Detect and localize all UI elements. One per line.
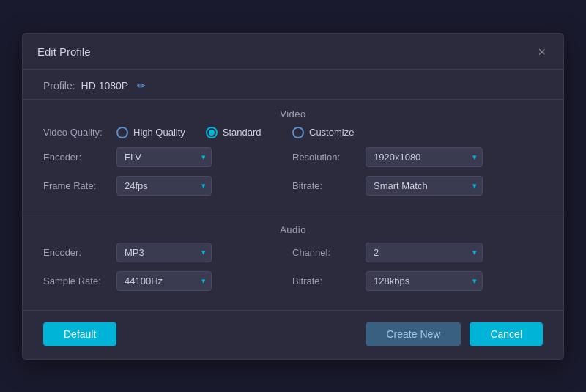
framerate-select-wrapper: 24fps 25fps 30fps 60fps ▾ [116, 176, 212, 196]
audio-bitrate-select-wrapper: 128kbps 64kbps 192kbps 320kbps ▾ [366, 271, 483, 291]
channel-select-wrapper: 2 1 ▾ [366, 243, 483, 262]
resolution-select[interactable]: 1920x1080 1280x720 640x480 [366, 147, 483, 167]
video-quality-left: Video Quality: High Quality Standard [43, 127, 292, 138]
encoder-resolution-row: Encoder: FLV H.264 H.265 MP4 ▾ Resolutio… [43, 147, 543, 167]
video-bitrate-label: Bitrate: [292, 180, 366, 191]
create-new-button[interactable]: Create New [366, 322, 461, 346]
video-bitrate-right: Bitrate: Smart Match 1000kbps 2000kbps 4… [292, 176, 543, 196]
audio-bitrate-select[interactable]: 128kbps 64kbps 192kbps 320kbps [366, 271, 483, 291]
edit-profile-dialog: Edit Profile × Profile: HD 1080P ✏ Video… [22, 33, 564, 360]
resolution-right: Resolution: 1920x1080 1280x720 640x480 ▾ [292, 147, 543, 167]
radio-circle-customize [292, 127, 304, 138]
video-quality-right: Customize [292, 127, 543, 138]
frame-rate-select[interactable]: 24fps 25fps 30fps 60fps [116, 176, 212, 196]
framerate-bitrate-row: Frame Rate: 24fps 25fps 30fps 60fps ▾ Bi… [43, 176, 543, 196]
radio-standard[interactable]: Standard [206, 127, 262, 138]
radio-label-customize: Customize [309, 127, 354, 138]
radio-high-quality[interactable]: High Quality [116, 127, 185, 138]
radio-customize[interactable]: Customize [292, 127, 354, 138]
radio-label-high-quality: High Quality [133, 127, 185, 138]
resolution-select-wrapper: 1920x1080 1280x720 640x480 ▾ [366, 147, 483, 167]
video-quality-label: Video Quality: [43, 127, 116, 138]
encoder-select[interactable]: FLV H.264 H.265 MP4 [116, 147, 212, 167]
channel-select[interactable]: 2 1 [366, 243, 483, 262]
edit-profile-icon[interactable]: ✏ [137, 80, 146, 92]
video-section: Video Video Quality: High Quality Standa… [23, 100, 563, 215]
audio-encoder-channel-row: Encoder: MP3 AAC OGG WAV ▾ Channel: 2 [43, 243, 543, 262]
audio-encoder-left: Encoder: MP3 AAC OGG WAV ▾ [43, 243, 292, 262]
video-quality-radio-group: High Quality Standard [116, 127, 292, 138]
profile-row: Profile: HD 1080P ✏ [23, 70, 563, 99]
samplerate-left: Sample Rate: 44100Hz 22050Hz 48000Hz ▾ [43, 271, 292, 291]
channel-label: Channel: [292, 247, 366, 258]
right-buttons: Create New Cancel [366, 322, 543, 346]
samplerate-select-wrapper: 44100Hz 22050Hz 48000Hz ▾ [116, 271, 212, 291]
audio-section-title: Audio [43, 220, 543, 243]
video-bitrate-select-wrapper: Smart Match 1000kbps 2000kbps 4000kbps ▾ [366, 176, 483, 196]
bottom-bar: Default Create New Cancel [23, 310, 563, 359]
radio-label-standard: Standard [223, 127, 262, 138]
resolution-label: Resolution: [292, 152, 366, 163]
video-quality-row: Video Quality: High Quality Standard Cus… [43, 127, 543, 138]
radio-circle-standard [206, 127, 218, 138]
audio-encoder-select[interactable]: MP3 AAC OGG WAV [116, 243, 212, 262]
profile-value: HD 1080P [81, 80, 129, 92]
close-button[interactable]: × [535, 44, 549, 60]
radio-circle-high-quality [116, 127, 128, 138]
audio-encoder-select-wrapper: MP3 AAC OGG WAV ▾ [116, 243, 212, 262]
video-bitrate-select[interactable]: Smart Match 1000kbps 2000kbps 4000kbps [366, 176, 483, 196]
framerate-left: Frame Rate: 24fps 25fps 30fps 60fps ▾ [43, 176, 292, 196]
samplerate-audiobitrate-row: Sample Rate: 44100Hz 22050Hz 48000Hz ▾ B… [43, 271, 543, 291]
encoder-left: Encoder: FLV H.264 H.265 MP4 ▾ [43, 147, 292, 167]
title-bar: Edit Profile × [23, 34, 563, 70]
audio-encoder-label: Encoder: [43, 247, 116, 258]
encoder-select-wrapper: FLV H.264 H.265 MP4 ▾ [116, 147, 212, 167]
frame-rate-label: Frame Rate: [43, 180, 116, 191]
video-section-title: Video [43, 104, 543, 127]
audio-section: Audio Encoder: MP3 AAC OGG WAV ▾ Channel… [23, 215, 563, 310]
sample-rate-select[interactable]: 44100Hz 22050Hz 48000Hz [116, 271, 212, 291]
audio-bitrate-right: Bitrate: 128kbps 64kbps 192kbps 320kbps … [292, 271, 543, 291]
encoder-label: Encoder: [43, 152, 116, 163]
channel-right: Channel: 2 1 ▾ [292, 243, 543, 262]
profile-label: Profile: [43, 80, 75, 92]
cancel-button[interactable]: Cancel [470, 322, 543, 346]
dialog-title: Edit Profile [37, 45, 91, 58]
sample-rate-label: Sample Rate: [43, 275, 116, 286]
default-button[interactable]: Default [43, 322, 116, 346]
audio-bitrate-label: Bitrate: [292, 275, 366, 286]
